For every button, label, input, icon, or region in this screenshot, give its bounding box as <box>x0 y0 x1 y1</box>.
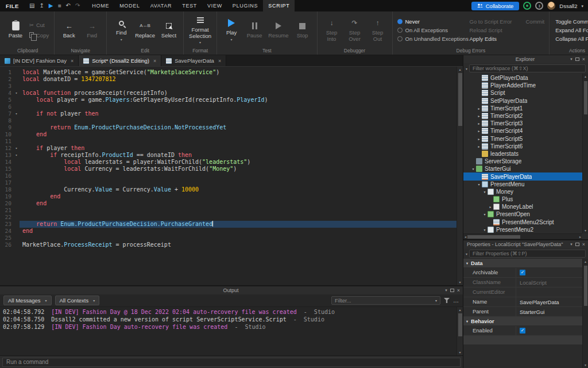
command-input[interactable] <box>6 359 457 365</box>
tab-test[interactable]: TEST <box>177 0 202 12</box>
property-value[interactable]: SavePlayerData <box>516 297 582 306</box>
chevron-down-icon[interactable]: ▾ <box>470 167 476 171</box>
doc-tab-fashion-day[interactable]: [IN DEV] Fashion Day × <box>0 55 79 66</box>
scrollbar-thumb[interactable] <box>584 266 587 306</box>
explorer-vscrollbar[interactable]: ▴ ▾ <box>582 74 588 233</box>
property-value[interactable]: ✓ <box>516 268 582 277</box>
scrollbar-thumb[interactable] <box>584 81 587 114</box>
scrollbar-thumb[interactable] <box>467 235 520 239</box>
save-icon[interactable]: ▤ <box>29 3 34 9</box>
commit-button[interactable]: Commit <box>526 18 545 25</box>
editor-vscrollbar[interactable]: ▴ ▾ <box>457 67 463 285</box>
step-out-button[interactable]: ↑ Step Out <box>367 17 389 44</box>
username-label[interactable]: Dssall2 <box>559 3 577 9</box>
tree-item[interactable]: ▾Money <box>463 188 582 195</box>
collapse-all-folds-button[interactable]: Collapse All Folds <box>555 36 588 42</box>
chevron-down-icon[interactable]: ▾ <box>570 57 572 62</box>
scroll-right-icon[interactable]: ▸ <box>579 235 581 239</box>
fold-arrow-icon[interactable]: ▾ <box>13 90 20 97</box>
scrollbar-thumb[interactable] <box>458 313 462 336</box>
stop-icon[interactable]: ■ <box>58 3 61 9</box>
chevron-down-icon[interactable]: ▾ <box>476 182 482 186</box>
chevron-right-icon[interactable]: ▸ <box>476 106 482 110</box>
publish-icon[interactable]: ↥ <box>39 3 44 9</box>
tree-item[interactable]: SetPlayerData <box>463 97 582 105</box>
tree-item[interactable]: SavePlayerData <box>463 172 582 180</box>
live-status-icon[interactable] <box>523 2 531 10</box>
code-line[interactable]: Currency.Value = Currency.Value + 10000 <box>20 186 457 193</box>
scroll-down-icon[interactable]: ▾ <box>459 350 461 355</box>
chevron-down-icon[interactable]: ▾ <box>445 288 447 293</box>
pause-button[interactable]: Pause <box>243 20 265 40</box>
step-into-button[interactable]: ↓ Step Into <box>321 17 343 44</box>
code-line[interactable]: local player = game.Players:GetPlayerByU… <box>20 97 457 103</box>
undo-icon[interactable]: ↶ <box>66 3 71 9</box>
tree-item[interactable]: GetPlayerData <box>463 74 582 82</box>
file-menu-button[interactable]: FILE <box>0 0 25 12</box>
chevron-right-icon[interactable]: ▸ <box>476 114 482 118</box>
play-button[interactable]: Play ▾ <box>220 17 242 43</box>
scrollbar-thumb[interactable] <box>458 73 462 126</box>
avatar[interactable] <box>547 2 555 10</box>
code-line[interactable] <box>20 179 457 186</box>
replace-button[interactable]: A↔B Replace <box>133 20 157 40</box>
scroll-up-icon[interactable]: ▴ <box>459 67 461 72</box>
cut-button[interactable]: ✂ Cut <box>28 21 51 29</box>
code-line[interactable]: return Enum.ProductPurchaseDecision.NotP… <box>20 124 457 131</box>
expand-all-folds-button[interactable]: Expand All Folds <box>555 27 588 33</box>
chevron-down-icon[interactable]: ▾ <box>482 212 488 216</box>
code-line[interactable]: end <box>20 193 457 200</box>
chevron-down-icon[interactable]: ▾ <box>570 242 572 247</box>
chevron-right-icon[interactable]: ▸ <box>488 205 493 209</box>
code-line[interactable]: local function processReceipt(receiptInf… <box>20 90 457 97</box>
code-line[interactable]: if receiptInfo.ProductId == donateID the… <box>20 152 457 159</box>
property-row[interactable]: ClassNameLocalScript <box>463 278 582 288</box>
close-icon[interactable]: × <box>457 288 460 293</box>
code-line[interactable] <box>20 83 457 90</box>
tree-item[interactable]: ▸TimerScript1 <box>463 105 582 112</box>
properties-vscrollbar[interactable]: ▴ ▾ <box>582 259 588 368</box>
tree-item[interactable]: leaderstats <box>463 150 582 158</box>
scroll-down-icon[interactable]: ▾ <box>585 228 586 233</box>
close-icon[interactable]: × <box>218 58 221 64</box>
find-button[interactable]: Find ▾ <box>110 17 132 43</box>
explorer-hscrollbar[interactable]: ◂ ▸ <box>463 233 582 239</box>
property-row[interactable]: ParentStarterGui <box>463 307 582 317</box>
tree-item[interactable]: ServerStorage <box>463 158 582 165</box>
editor-code[interactable]: local MarketPlace = game:GetService("Mar… <box>20 67 457 285</box>
reload-script-button[interactable]: Reload Script <box>470 27 519 33</box>
tree-item[interactable]: PresentMenu2Script <box>463 218 582 226</box>
code-line[interactable] <box>20 235 457 241</box>
chevron-down-icon[interactable]: ▾ <box>482 228 488 232</box>
doc-tab-script-editing[interactable]: Script* (Dssall2 Editing) × <box>79 55 161 66</box>
checkbox-icon[interactable]: ✓ <box>520 270 525 275</box>
code-line[interactable]: end <box>20 228 457 235</box>
scroll-down-icon[interactable]: ▾ <box>459 280 461 285</box>
copy-button[interactable]: Copy <box>28 32 51 39</box>
code-line[interactable]: local leaderstats = player:WaitForChild(… <box>20 159 457 166</box>
play-icon[interactable]: ▶ <box>49 3 53 9</box>
code-line[interactable]: if not player then <box>20 110 457 117</box>
checkbox-icon[interactable]: ✓ <box>520 328 525 334</box>
close-icon[interactable]: × <box>582 241 585 247</box>
tree-item[interactable]: ▾StarterGui <box>463 165 582 172</box>
tree-item[interactable]: ▸TimerScript3 <box>463 120 582 127</box>
property-row[interactable]: Archivable✓ <box>463 268 582 278</box>
code-line[interactable]: local Currency = leaderstats:WaitForChil… <box>20 166 457 172</box>
chevron-right-icon[interactable]: ▸ <box>476 121 482 125</box>
apply-edits-button[interactable]: Apply Edits <box>470 36 519 42</box>
scroll-left-icon[interactable]: ◂ <box>465 235 466 239</box>
context-filter-dropdown[interactable]: All Contexts ▾ <box>55 296 100 305</box>
goto-script-error-button[interactable]: Go to Script Error <box>470 18 519 25</box>
float-panel-icon[interactable] <box>450 289 454 292</box>
debug-errors-all-exceptions-radio[interactable]: On All Exceptions <box>397 27 463 33</box>
doc-tab-saveplayerdata[interactable]: SavePlayerData × <box>161 55 226 66</box>
chevron-right-icon[interactable]: ▸ <box>476 129 482 133</box>
format-selection-button[interactable]: Format Selection ▾ <box>187 14 213 47</box>
chevron-right-icon[interactable]: ▸ <box>476 137 482 141</box>
pause-circle-icon[interactable]: ‖ <box>535 2 543 10</box>
code-line[interactable]: if player then <box>20 145 457 152</box>
code-line[interactable]: MarketPlace.ProcessReceipt = processRece… <box>20 241 457 248</box>
back-button[interactable]: ← Back <box>58 20 80 40</box>
code-line[interactable] <box>20 138 457 145</box>
